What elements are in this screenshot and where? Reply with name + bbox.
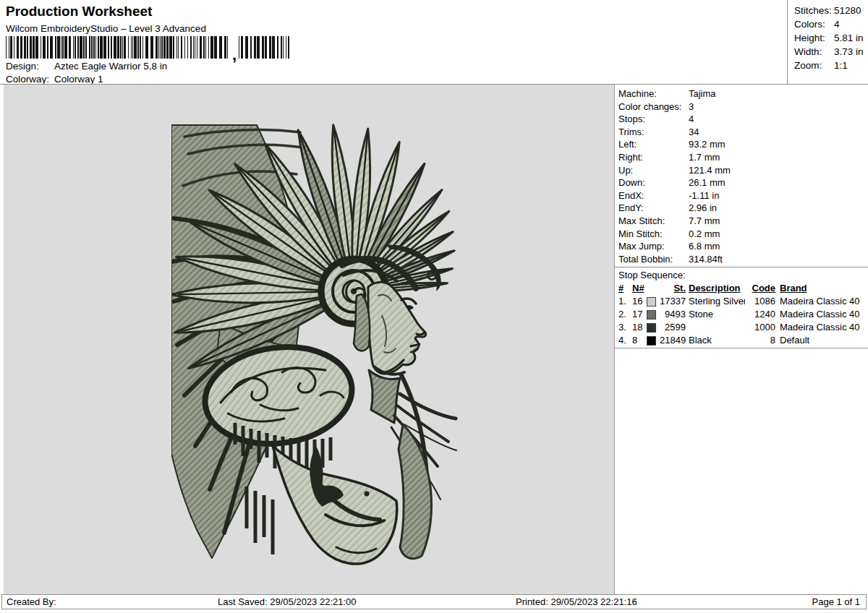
page-number: Page 1 of 1 [812, 596, 861, 607]
machine-row: EndX:-1.11 in [618, 189, 867, 202]
embroidery-design [4, 85, 615, 594]
machine-row: Total Bobbin:314.84ft [618, 253, 867, 266]
barcode-group-2 [239, 36, 291, 59]
colorway-row: Colorway:Colorway 1 [6, 74, 103, 85]
stat-width: Width:3.73 in [794, 45, 868, 59]
design-stats-box: Stitches:51280 Colors:4 Height:5.81 in W… [787, 0, 868, 84]
printed-text: Printed: 29/05/2023 22:21:16 [516, 596, 637, 607]
stop-row-description: Stone [686, 308, 745, 321]
warrior-face [368, 282, 426, 374]
machine-row: EndY:2.96 in [618, 202, 867, 215]
machine-row: Down:26.1 mm [618, 176, 867, 189]
col-num: # [618, 283, 624, 293]
col-description: Description [689, 283, 741, 293]
machine-row: Machine:Tajima [618, 87, 867, 100]
torso [273, 446, 397, 564]
stop-row-description [686, 321, 745, 334]
stop-row-brand: Madeira Classic 40 [775, 308, 868, 321]
design-name-row: Design:Aztec Eagle Warrior 5,8 in [6, 61, 167, 72]
stop-row-num: 3. [618, 321, 632, 334]
stop-row-stitches: 9493 [660, 308, 686, 321]
chest-dot [365, 492, 370, 497]
stat-zoom: Zoom:1:1 [794, 59, 868, 72]
software-subtitle: Wilcom EmbroideryStudio – Level 3 Advanc… [6, 23, 206, 34]
last-saved-text: Last Saved: 29/05/2023 22:21:00 [218, 596, 357, 607]
machine-row: Max Stitch:7.7 mm [618, 215, 867, 228]
barcode-group-1 [6, 36, 230, 59]
arm [399, 424, 432, 559]
stop-row-code: 1000 [745, 321, 775, 334]
tassels [247, 486, 273, 554]
created-by-label: Created By: [7, 596, 56, 607]
stop-sequence-table: # N# St. Description Code Brand 1. 16 17… [618, 282, 868, 347]
stop-sequence-divider-bottom [615, 348, 868, 348]
stop-row-stitches: 2599 [660, 321, 686, 334]
stop-row-description: Sterling Silver [686, 295, 745, 308]
stop-row-num: 1. [618, 295, 632, 308]
thread-color-swatch [647, 323, 656, 333]
stop-row-code: 1086 [745, 295, 775, 308]
design-label: Design: [6, 61, 54, 72]
machine-row: Trims:34 [618, 126, 867, 139]
design-canvas [4, 85, 615, 594]
col-st: St. [673, 283, 686, 293]
machine-row: Stops:4 [618, 113, 867, 126]
stop-row-num: 4. [618, 334, 632, 347]
col-n: N# [632, 283, 644, 293]
machine-row: Max Jump:6.8 mm [618, 240, 867, 253]
col-code: Code [752, 283, 776, 293]
stop-row-brand: Default [775, 334, 868, 347]
page-title: Production Worksheet [6, 4, 152, 20]
machine-row: Color changes:3 [618, 100, 867, 113]
production-info-panel: Machine:Tajima Color changes:3 Stops:4 T… [615, 85, 868, 594]
col-brand: Brand [780, 283, 807, 293]
thread-color-swatch [647, 336, 656, 346]
stop-row-brand: Madeira Classic 40 [775, 295, 868, 308]
thread-color-swatch [647, 310, 656, 320]
stop-sequence-divider-top [615, 267, 868, 267]
ear-guard [354, 294, 370, 351]
stat-height: Height:5.81 in [794, 31, 868, 45]
colorway-value: Colorway 1 [54, 74, 103, 85]
production-worksheet-page: { "header": { "title": "Production Works… [0, 0, 868, 613]
machine-info-list: Machine:Tajima Color changes:3 Stops:4 T… [618, 87, 867, 265]
stop-row-description: Black [686, 334, 745, 347]
stop-row-code: 8 [745, 334, 775, 347]
stat-stitches: Stitches:51280 [794, 4, 868, 17]
stop-row-needle: 17 [632, 308, 647, 321]
design-value: Aztec Eagle Warrior 5,8 in [54, 61, 167, 72]
stop-sequence-title: Stop Sequence: [618, 270, 686, 280]
machine-row: Up:121.4 mm [618, 164, 867, 177]
stop-row-num: 2. [618, 308, 632, 321]
stop-row-needle: 18 [632, 321, 647, 334]
stop-row-needle: 16 [632, 295, 647, 308]
machine-row: Left:93.2 mm [618, 138, 867, 151]
thread-color-swatch [647, 297, 656, 306]
machine-row: Min Stitch:0.2 mm [618, 228, 867, 241]
colorway-label: Colorway: [6, 74, 54, 85]
stop-row-stitches: 17337 [660, 295, 686, 308]
stop-row-brand: Madeira Classic 40 [775, 321, 868, 334]
machine-row: Right:1.7 mm [618, 151, 867, 164]
stop-row-code: 1240 [745, 308, 775, 321]
barcode-separator: , [230, 51, 239, 59]
stop-row-needle: 8 [632, 334, 647, 347]
footer-bar: Created By: Last Saved: 29/05/2023 22:21… [1, 594, 867, 609]
design-barcode: , [6, 36, 291, 59]
stat-colors: Colors:4 [794, 17, 868, 31]
stop-row-stitches: 21849 [660, 334, 686, 347]
